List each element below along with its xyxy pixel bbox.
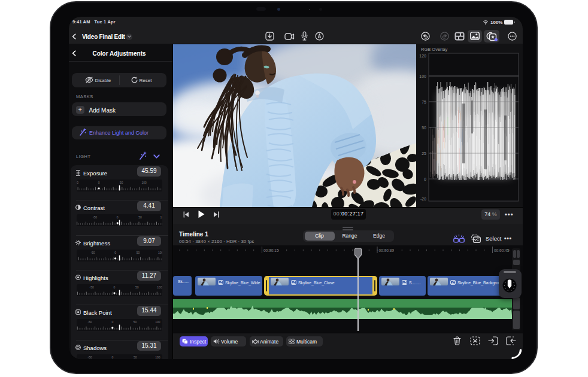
svg-text:100: 100 [158, 251, 162, 254]
svg-text:100: 100 [155, 355, 160, 359]
svg-text:100: 100 [141, 181, 147, 184]
svg-text:25: 25 [422, 151, 426, 156]
svg-text:100: 100 [419, 74, 426, 78]
svg-text:50: 50 [133, 320, 137, 324]
svg-text:RGB Overlay: RGB Overlay [421, 47, 447, 52]
svg-text:100: 100 [157, 285, 162, 289]
svg-text:50: 50 [136, 251, 140, 254]
svg-text:50: 50 [135, 285, 139, 289]
svg-text:0: 0 [111, 355, 113, 359]
svg-text:50: 50 [422, 126, 426, 130]
svg-text:0: 0 [116, 215, 118, 219]
svg-text:-50: -50 [77, 181, 78, 184]
svg-text:-50: -50 [89, 285, 93, 289]
svg-text:00:00:15: 00:00:15 [263, 248, 279, 253]
svg-text:-50: -50 [87, 320, 92, 324]
svg-text:-20: -20 [420, 197, 426, 201]
svg-text:75: 75 [422, 100, 426, 104]
svg-text:-50: -50 [92, 215, 96, 219]
svg-text:100: 100 [160, 215, 162, 219]
svg-text:0: 0 [113, 285, 115, 289]
svg-text:0: 0 [98, 181, 99, 184]
svg-text:-50: -50 [87, 355, 92, 359]
svg-text:50: 50 [138, 215, 142, 219]
svg-text:0: 0 [424, 177, 426, 181]
svg-text:00:00:45: 00:00:45 [494, 248, 510, 253]
svg-text:0: 0 [114, 251, 116, 254]
svg-text:00:00:30: 00:00:30 [379, 248, 395, 253]
svg-text:50: 50 [120, 181, 123, 184]
svg-text:50: 50 [133, 355, 137, 359]
svg-text:100: 100 [155, 320, 160, 324]
svg-text:120: 120 [419, 54, 426, 58]
svg-text:-50: -50 [90, 251, 95, 254]
svg-text:0: 0 [111, 320, 113, 324]
